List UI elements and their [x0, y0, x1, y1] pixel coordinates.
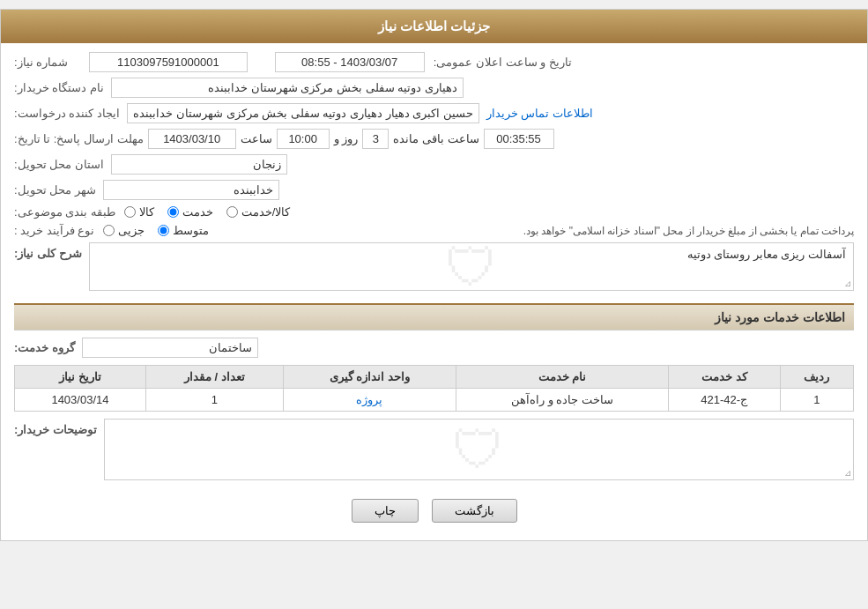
ijad-label: ایجاد کننده درخواست:: [14, 107, 120, 120]
radio-khedmat-input[interactable]: [167, 206, 179, 218]
mohlat-rooz: 3: [362, 129, 389, 149]
cell-vahed: پروژه: [283, 389, 456, 412]
tabagheh-radio-group: کالا/خدمت خدمت کالا: [124, 205, 291, 219]
shahr-value: خداببنده: [103, 180, 279, 200]
services-header-text: اطلاعات خدمات مورد نیاز: [715, 310, 845, 324]
row-tosif: 🛡 ⊿ توضیحات خریدار:: [14, 419, 854, 486]
shomara-value: 1103097591000001: [89, 52, 248, 72]
cell-tarikh: 1403/03/14: [15, 389, 146, 412]
cell-kod: ج-42-421: [668, 389, 780, 412]
contact-link[interactable]: اطلاعات تماس خریدار: [486, 107, 593, 120]
radio-kala-label: کالا: [139, 205, 154, 219]
col-radif: ردیف: [780, 366, 853, 389]
mohlat-label: مهلت ارسال پاسخ: تا تاریخ:: [14, 132, 144, 145]
row-sharh: 🛡 آسفالت ریزی معابر روستای دوتیه ⊿ شرح ک…: [14, 242, 854, 296]
page-wrapper: جزئیات اطلاعات نیاز تاریخ و ساعت اعلان ع…: [0, 9, 868, 541]
row-ijad: اطلاعات تماس خریدار حسین اکبری دهیار دهی…: [14, 103, 854, 123]
sharh-value: آسفالت ریزی معابر روستای دوتیه: [97, 248, 846, 261]
print-button[interactable]: چاپ: [352, 499, 419, 523]
mohlat-rooz-label: روز و: [334, 132, 359, 145]
cell-radif: 1: [780, 389, 853, 412]
mohlat-mande-label: ساعت باقی مانده: [393, 132, 479, 145]
radio-kala-khedmat-input[interactable]: [226, 206, 238, 218]
group-label: گروه خدمت:: [14, 341, 75, 354]
back-button[interactable]: بازگشت: [432, 499, 517, 523]
radio-kala-input[interactable]: [124, 206, 136, 218]
content-area: تاریخ و ساعت اعلان عمومی: 1403/03/07 - 0…: [1, 43, 867, 540]
group-value: ساختمان: [82, 338, 258, 358]
col-kod: کد خدمت: [668, 366, 780, 389]
row-shomara: تاریخ و ساعت اعلان عمومی: 1403/03/07 - 0…: [14, 52, 854, 72]
page-title: جزئیات اطلاعات نیاز: [378, 19, 490, 33]
ostan-label: استان محل تحویل:: [14, 158, 104, 171]
page-header: جزئیات اطلاعات نیاز: [1, 10, 867, 43]
col-tarikh: تاریخ نیاز: [15, 366, 146, 389]
watermark2: 🛡: [452, 420, 505, 480]
row-mohlat: 00:35:55 ساعت باقی مانده 3 روز و 10:00 س…: [14, 129, 854, 149]
ijad-value: حسین اکبری دهیار دهیاری دوتیه سفلی بخش م…: [127, 103, 479, 123]
tarikh-value: 1403/03/07 - 08:55: [275, 52, 425, 72]
radio-khedmat[interactable]: خدمت: [167, 205, 213, 219]
row-namdastgah: دهیاری دوتیه سفلی بخش مرکزی شهرستان خداب…: [14, 78, 854, 98]
resize-handle: ⊿: [844, 279, 851, 288]
resize-handle2: ⊿: [844, 468, 851, 478]
farayand-radio-group: متوسط جزیی: [103, 224, 209, 237]
mohlat-date: 1403/03/10: [148, 129, 236, 149]
col-tedad: تعداد / مقدار: [145, 366, 283, 389]
radio-kala-khedmat-label: کالا/خدمت: [241, 205, 291, 219]
farayand-label: نوع فرآیند خرید :: [14, 224, 94, 237]
mohlat-mande: 00:35:55: [484, 129, 554, 149]
namdastgah-value: دهیاری دوتیه سفلی بخش مرکزی شهرستان خداب…: [111, 78, 464, 98]
row-shahr: خداببنده شهر محل تحویل:: [14, 180, 854, 200]
button-row: بازگشت چاپ: [14, 499, 854, 523]
mohlat-saat-label: ساعت: [241, 132, 272, 145]
col-nam: نام خدمت: [456, 366, 668, 389]
vahed-link[interactable]: پروژه: [356, 393, 382, 406]
ostan-value: زنجان: [111, 154, 287, 175]
sharh-label: شرح کلی نیاز:: [14, 242, 82, 260]
tosif-box: 🛡 ⊿: [104, 419, 854, 480]
tosif-label: توضیحات خریدار:: [14, 419, 97, 436]
radio-kala[interactable]: کالا: [124, 205, 154, 219]
radio-motevaset-input[interactable]: [158, 225, 169, 236]
table-header-row: ردیف کد خدمت نام خدمت واحد اندازه گیری ت…: [15, 366, 854, 389]
sharh-box: 🛡 آسفالت ریزی معابر روستای دوتیه ⊿: [89, 242, 854, 291]
col-vahed: واحد اندازه گیری: [283, 366, 456, 389]
farayand-desc: پرداخت تمام یا بخشی از مبلغ خریدار از مح…: [218, 225, 854, 237]
watermark: 🛡: [445, 236, 498, 297]
row-farayand: پرداخت تمام یا بخشی از مبلغ خریدار از مح…: [14, 224, 854, 237]
services-table: ردیف کد خدمت نام خدمت واحد اندازه گیری ت…: [14, 365, 854, 412]
mohlat-saat: 10:00: [277, 129, 330, 149]
radio-motevaset-label: متوسط: [173, 224, 209, 237]
row-tabagheh: کالا/خدمت خدمت کالا طبقه بندی موضوعی:: [14, 205, 854, 219]
shahr-label: شهر محل تحویل:: [14, 183, 96, 197]
radio-jozii[interactable]: جزیی: [103, 224, 145, 237]
namdastgah-label: نام دستگاه خریدار:: [14, 81, 104, 94]
cell-nam: ساخت جاده و راه‌آهن: [456, 389, 668, 412]
row-group: ساختمان گروه خدمت:: [14, 338, 854, 358]
table-row: 1 ج-42-421 ساخت جاده و راه‌آهن پروژه 1 1…: [15, 389, 854, 412]
services-header: اطلاعات خدمات مورد نیاز: [14, 303, 854, 330]
radio-motevaset[interactable]: متوسط: [158, 224, 209, 237]
cell-tedad: 1: [145, 389, 283, 412]
shomara-label: شماره نیاز:: [14, 56, 68, 69]
tabagheh-label: طبقه بندی موضوعی:: [14, 205, 115, 219]
tarikh-label: تاریخ و ساعت اعلان عمومی:: [434, 56, 572, 69]
radio-jozii-label: جزیی: [118, 224, 145, 237]
radio-kala-khedmat[interactable]: کالا/خدمت: [226, 205, 291, 219]
radio-jozii-input[interactable]: [103, 225, 115, 236]
row-ostan: زنجان استان محل تحویل:: [14, 154, 854, 175]
radio-khedmat-label: خدمت: [182, 205, 213, 219]
